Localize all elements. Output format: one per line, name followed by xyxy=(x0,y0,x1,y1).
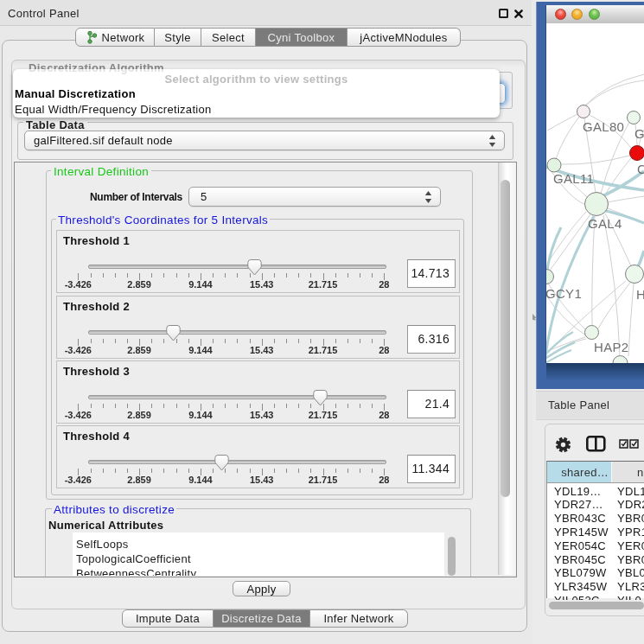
svg-text:H: H xyxy=(636,287,644,302)
svg-text:HAP2: HAP2 xyxy=(594,340,628,354)
svg-text:GAL11: GAL11 xyxy=(553,171,594,186)
svg-text:GAL4: GAL4 xyxy=(588,216,622,231)
svg-text:GAL80: GAL80 xyxy=(583,119,624,134)
svg-text:GA: GA xyxy=(634,126,644,141)
svg-text:GCY1: GCY1 xyxy=(546,286,582,301)
svg-text:C: C xyxy=(637,162,644,176)
